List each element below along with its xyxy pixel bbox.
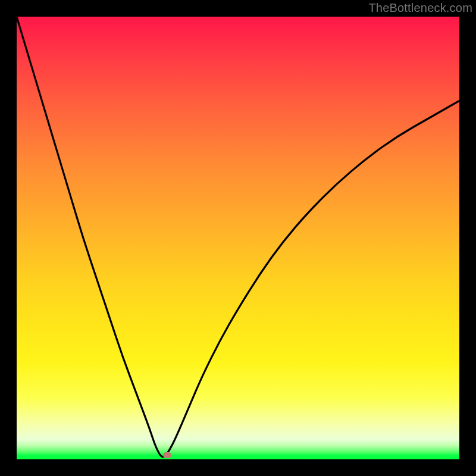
bottleneck-curve xyxy=(17,17,459,459)
watermark-text: TheBottleneck.com xyxy=(368,1,472,15)
chart-frame: TheBottleneck.com xyxy=(0,0,476,476)
min-marker xyxy=(163,452,171,458)
plot-area xyxy=(17,17,459,459)
